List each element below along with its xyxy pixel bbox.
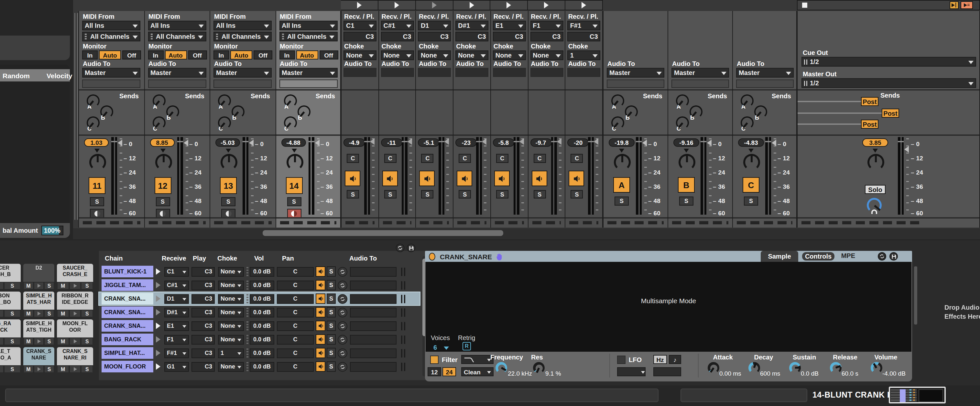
solo-button[interactable]: S bbox=[327, 321, 336, 331]
send-a-knob[interactable]: A bbox=[152, 94, 165, 107]
play-note-field[interactable]: C3 bbox=[344, 32, 377, 41]
play-note-field[interactable]: C3 bbox=[191, 321, 215, 331]
output-sub-field[interactable] bbox=[671, 79, 729, 88]
return-activator-button[interactable]: A bbox=[613, 177, 630, 193]
master-pan-knob[interactable] bbox=[867, 154, 884, 171]
pad-play-button[interactable] bbox=[0, 310, 4, 317]
choke-dropdown[interactable]: None bbox=[344, 51, 377, 60]
monitor-in-button[interactable]: In bbox=[82, 51, 98, 59]
chain-row-5[interactable]: BANG_RACK F1 C3 None 0.0 dB C bbox=[99, 333, 420, 346]
solo-button[interactable]: S bbox=[679, 197, 694, 206]
chain-activator-button[interactable] bbox=[316, 348, 325, 358]
chain-activator-button[interactable] bbox=[457, 171, 472, 186]
solo-button[interactable]: S bbox=[614, 197, 629, 206]
audio-output-dropdown[interactable]: Master bbox=[279, 68, 337, 78]
hot-swap-icon[interactable] bbox=[338, 267, 347, 276]
chain-activator-button[interactable] bbox=[316, 293, 325, 304]
volume-field[interactable]: 0.0 dB bbox=[250, 362, 274, 371]
drum-pad-c3-0[interactable]: SAUCER_CRASH_E M S bbox=[57, 264, 93, 290]
pad-mute-button[interactable]: M bbox=[23, 338, 33, 345]
clip-stop-row[interactable] bbox=[566, 217, 602, 226]
volume-value-pill[interactable]: 8.85 bbox=[150, 138, 174, 147]
chain-name[interactable]: MOON_FLOOR bbox=[102, 361, 153, 373]
slope-12-button[interactable]: 12 bbox=[428, 367, 441, 376]
drag-handle[interactable] bbox=[401, 308, 407, 316]
audio-to-field[interactable] bbox=[350, 294, 396, 303]
pad-play-button[interactable] bbox=[33, 338, 44, 345]
receive-dropdown[interactable]: E1 bbox=[164, 321, 189, 331]
pan-center-button[interactable]: C bbox=[347, 154, 359, 163]
solo-button[interactable]: S bbox=[327, 362, 336, 372]
arm-button[interactable] bbox=[221, 209, 235, 218]
chain-name[interactable]: CRANK_SNA... bbox=[102, 293, 153, 304]
frequency-value[interactable]: 22.0 kHz bbox=[508, 370, 532, 377]
drum-pad-partial-1[interactable]: BONE_BO S bbox=[0, 292, 21, 317]
pad-mute-button[interactable]: M bbox=[23, 282, 33, 290]
drum-pad-c2-3[interactable]: CRANK_SNARE M S bbox=[23, 347, 54, 373]
chain-activator-button[interactable] bbox=[316, 280, 325, 290]
volume-field[interactable]: 0.0 dB bbox=[250, 321, 274, 331]
env-knob[interactable] bbox=[748, 362, 760, 374]
device-on-icon[interactable] bbox=[429, 252, 435, 260]
choke-dropdown[interactable]: None bbox=[381, 51, 414, 60]
chain-play-button-3[interactable] bbox=[453, 0, 491, 10]
env-value[interactable]: -4.00 dB bbox=[882, 370, 905, 377]
monitor-auto-button[interactable]: Auto bbox=[230, 51, 252, 59]
pad-mute-button[interactable]: M bbox=[23, 310, 33, 317]
clip-stop-row[interactable] bbox=[342, 217, 378, 226]
audio-to-field[interactable] bbox=[350, 267, 396, 276]
chain-play-cell[interactable] bbox=[153, 350, 163, 356]
solo-button[interactable]: S bbox=[327, 266, 336, 277]
lfo-sync-button[interactable]: ♪ bbox=[669, 355, 681, 364]
solo-button[interactable]: S bbox=[571, 190, 583, 198]
hot-swap-icon[interactable] bbox=[878, 252, 886, 260]
output-sub-field[interactable] bbox=[213, 79, 272, 88]
solo-button[interactable]: S bbox=[327, 280, 336, 290]
midi-input-dropdown[interactable]: All Ins bbox=[82, 21, 140, 30]
midi-channel-dropdown[interactable]: All Channels bbox=[148, 32, 206, 41]
track-column-1[interactable]: MIDI From All Ins All Channels Monitor I… bbox=[144, 11, 210, 228]
tab-mpe[interactable]: MPE bbox=[841, 252, 855, 259]
arm-button[interactable] bbox=[90, 209, 104, 218]
chain-name[interactable]: JIGGLE_TAM... bbox=[102, 279, 153, 291]
send-a-knob[interactable]: A bbox=[284, 94, 297, 107]
volume-value-pill[interactable]: -5.8 bbox=[493, 138, 514, 147]
pan-center-button[interactable]: C bbox=[533, 154, 546, 163]
audio-output-dropdown[interactable]: Master bbox=[736, 68, 794, 78]
pad-mute-button[interactable]: M bbox=[57, 338, 69, 345]
pan-center-button[interactable]: C bbox=[496, 154, 508, 163]
retrig-toggle[interactable]: R bbox=[463, 342, 471, 350]
chain-activator-button[interactable] bbox=[494, 171, 510, 186]
play-note-field[interactable]: C3 bbox=[530, 32, 563, 41]
pad-play-button[interactable] bbox=[33, 365, 44, 373]
clip-stop-row[interactable] bbox=[603, 217, 668, 226]
volume-value-pill[interactable]: -9.16 bbox=[673, 138, 699, 147]
tab-controls[interactable]: Controls bbox=[802, 252, 834, 260]
cue-volume-knob[interactable] bbox=[867, 198, 882, 213]
pan-center-button[interactable]: C bbox=[422, 154, 434, 163]
drum-pad-partial-3[interactable]: LE_TBO_A S bbox=[0, 347, 21, 373]
monitor-auto-button[interactable]: Auto bbox=[99, 51, 121, 59]
chain-row-4[interactable]: CRANK_SNA... E1 C3 None 0.0 dB bbox=[99, 319, 420, 332]
midi-channel-dropdown[interactable]: All Channels bbox=[82, 32, 140, 41]
play-note-field[interactable]: C3 bbox=[493, 32, 526, 41]
voices-value[interactable]: 6 bbox=[433, 344, 437, 351]
pan-field[interactable]: C bbox=[277, 348, 314, 358]
audio-to-field[interactable] bbox=[350, 321, 396, 331]
filter-circuit-dropdown[interactable]: Clean bbox=[461, 367, 493, 376]
lfo-hz-button[interactable]: Hz bbox=[653, 355, 667, 364]
pan-knob[interactable] bbox=[614, 154, 631, 171]
track-activator-button[interactable]: 14 bbox=[286, 177, 302, 194]
chain-activator-button[interactable] bbox=[316, 334, 325, 344]
pan-center-button[interactable]: C bbox=[384, 154, 396, 163]
amount-value-field[interactable]: 100% bbox=[41, 226, 63, 235]
pad-play-button[interactable] bbox=[0, 282, 4, 290]
audio-to-field[interactable] bbox=[350, 308, 396, 317]
chain-name[interactable]: BANG_RACK bbox=[102, 334, 153, 345]
solo-button[interactable]: S bbox=[90, 197, 104, 206]
chain-play-button-6[interactable] bbox=[565, 0, 603, 10]
track-column-2[interactable]: MIDI From All Ins All Channels Monitor I… bbox=[210, 11, 275, 228]
pan-field[interactable]: C bbox=[277, 294, 314, 303]
chain-activator-button[interactable] bbox=[569, 171, 584, 186]
volume-value-pill[interactable]: -4.83 bbox=[738, 138, 764, 147]
